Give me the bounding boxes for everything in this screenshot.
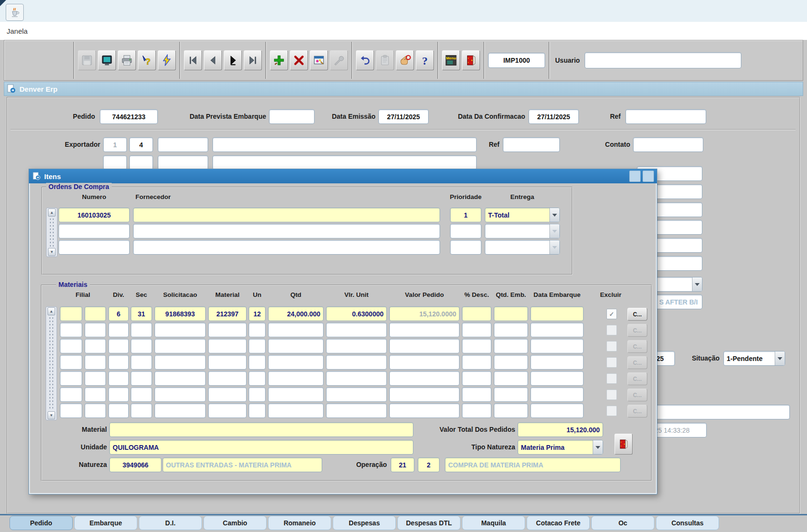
materiais-cell-filial2[interactable] [85,355,106,370]
material-field[interactable] [109,422,413,437]
materiais-cell-solicitacao[interactable] [154,355,206,370]
natureza-code-field[interactable]: 3949066 [109,457,162,472]
help-button[interactable]: ? [416,50,434,70]
tab-romaneio[interactable]: Romaneio [268,516,331,530]
materiais-cell-un[interactable] [249,339,266,353]
materiais-cell-vlr_unit[interactable] [326,339,387,353]
menu-janela[interactable]: Janela [7,27,28,35]
materiais-cell-desc[interactable] [462,306,491,321]
materiais-cell-un[interactable] [249,403,266,418]
tab-maquila[interactable]: Maquila [462,516,525,530]
excluir-checkbox[interactable] [606,373,617,384]
materiais-cell-solicitacao[interactable] [154,371,206,386]
materiais-cell-filial1[interactable] [60,371,82,386]
unidade-field[interactable]: QUILOGRAMA [109,440,413,455]
materiais-cell-data_embarque[interactable] [530,371,584,386]
edit-help-button[interactable]: ? [138,50,156,70]
commit-hand-button[interactable] [396,50,414,70]
tipo-natureza-combo[interactable]: Materia Prima [518,440,603,455]
c-button[interactable]: C... [627,340,647,353]
scroll-down-icon[interactable]: ▼ [48,411,55,419]
materiais-cell-qtd_emb[interactable] [494,403,528,418]
java-app-button[interactable] [6,4,24,21]
minimize-button[interactable] [629,171,641,182]
materiais-cell-sec[interactable] [131,387,152,402]
ordens-cell-fornecedor[interactable] [133,208,440,222]
ordens-entrega-combo[interactable] [485,240,560,255]
materiais-cell-filial2[interactable] [85,339,106,353]
find-window-button[interactable] [310,50,328,70]
first-record-button[interactable] [184,50,202,70]
c-button[interactable]: C... [627,405,647,418]
materiais-cell-sec[interactable] [131,339,152,353]
valor-total-field[interactable]: 15,120.000 [518,422,603,437]
materiais-cell-filial1[interactable] [60,339,82,353]
materiais-cell-qtd[interactable]: 24,000.000 [268,306,324,321]
maximize-button[interactable] [643,171,654,182]
chevron-down-icon[interactable] [692,277,702,291]
ordens-cell-prioridade[interactable] [450,240,481,255]
materiais-cell-desc[interactable] [462,387,491,402]
situacao-combo[interactable]: 1-Pendente [723,351,785,366]
operacao-desc-field[interactable]: COMPRA DE MATERIA PRIMA [445,457,621,472]
materiais-cell-material[interactable] [208,387,247,402]
tools-button[interactable] [330,50,348,70]
undo-button[interactable] [356,50,374,70]
materiais-cell-qtd[interactable] [268,387,324,402]
c-button[interactable]: C... [627,324,647,337]
natureza-desc-field[interactable]: OUTRAS ENTRADAS - MATERIA PRIMA [163,457,322,472]
excluir-checkbox[interactable]: ✓ [606,309,617,319]
ordens-cell-numero[interactable]: 160103025 [58,208,130,222]
materiais-cell-un[interactable]: 12 [249,306,266,321]
c-button[interactable]: C... [627,356,647,369]
materiais-cell-qtd[interactable] [268,355,324,370]
operacao-code2-field[interactable]: 2 [418,457,440,472]
materiais-cell-valor_pedido[interactable]: 15,120.0000 [389,306,460,321]
exportador-name-field[interactable] [212,137,477,152]
ordens-cell-fornecedor[interactable] [133,240,440,255]
materiais-cell-filial2[interactable] [85,387,106,402]
program-code-field[interactable]: IMP1000 [488,53,545,68]
chevron-down-icon[interactable] [593,440,603,454]
materiais-cell-vlr_unit[interactable] [326,371,387,386]
delete-record-button[interactable] [290,50,308,70]
materiais-cell-div[interactable]: 6 [108,306,129,321]
materiais-cell-vlr_unit[interactable] [326,323,387,337]
exportador-code3-field[interactable] [158,137,208,152]
tab-despesas-dtl[interactable]: Despesas DTL [397,516,461,530]
materiais-cell-desc[interactable] [462,355,491,370]
materiais-cell-data_embarque[interactable] [530,387,584,402]
c-button[interactable]: C... [627,389,647,401]
materiais-cell-data_embarque[interactable] [530,323,584,337]
excluir-checkbox[interactable] [606,406,617,416]
ordens-cell-fornecedor[interactable] [133,224,440,238]
materiais-cell-un[interactable] [249,387,266,402]
next-record-button[interactable] [224,50,242,70]
last-record-button[interactable] [244,50,262,70]
materiais-cell-filial2[interactable] [85,306,106,321]
materiais-cell-div[interactable] [108,371,129,386]
exportador-code2-field[interactable]: 4 [129,137,153,152]
materiais-cell-sec[interactable]: 31 [131,306,152,321]
materiais-cell-qtd_emb[interactable] [494,371,528,386]
usuario-field[interactable] [585,52,741,68]
materiais-cell-desc[interactable] [462,403,491,418]
materiais-cell-div[interactable] [108,403,129,418]
materiais-cell-sec[interactable] [131,371,152,386]
scroll-up-icon[interactable]: ▲ [48,307,55,315]
exportador-code1-field[interactable]: 1 [103,137,127,152]
tab-embarque[interactable]: Embarque [74,516,137,530]
materiais-cell-filial1[interactable] [60,387,82,402]
previous-record-button[interactable] [204,50,222,70]
materiais-cell-solicitacao[interactable]: 91868393 [154,306,206,321]
itens-dialog-titlebar[interactable]: Itens [29,169,657,183]
insert-record-button[interactable] [270,50,288,70]
display-button[interactable] [98,50,116,70]
save-button[interactable] [78,50,96,70]
execute-button[interactable] [158,50,176,70]
hidden-row-field[interactable] [129,155,153,170]
data-prevista-field[interactable] [269,109,315,124]
materiais-cell-valor_pedido[interactable] [389,339,460,353]
materiais-cell-qtd[interactable] [268,323,324,337]
materiais-cell-div[interactable] [108,355,129,370]
